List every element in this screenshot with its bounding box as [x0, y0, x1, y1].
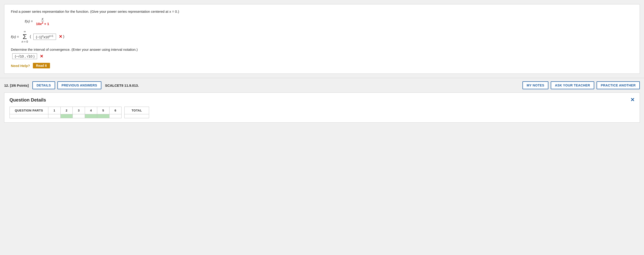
points-label: [3/6 Points]	[10, 83, 29, 87]
close-paren: )	[63, 35, 64, 39]
total-header-row: TOTAL	[124, 107, 149, 114]
question-number: 12.	[4, 83, 9, 87]
bottom-bar: 12. [3/6 Points] DETAILS PREVIOUS ANSWER…	[0, 78, 644, 93]
cell-5	[97, 114, 109, 118]
cell-3	[73, 114, 85, 118]
question-details-title: Question Details	[10, 97, 46, 103]
sigma-symbol: ∞ Σ n = 0	[22, 30, 28, 43]
col-header-1: 1	[48, 107, 60, 114]
open-paren: (	[30, 35, 31, 39]
col-header-parts: QUESTION PARTS	[10, 107, 48, 114]
question-details-header: Question Details ✕	[10, 97, 634, 103]
col-header-3: 3	[73, 107, 85, 114]
fraction-line: f(x) = x 10x2 + 1	[25, 17, 633, 26]
cell-1	[48, 114, 60, 118]
interval-section: Determine the interval of convergence. (…	[11, 48, 633, 59]
answer-input-box[interactable]: (−1)nx10n+1	[33, 34, 56, 40]
interval-input-box[interactable]: (−√10 , √10 )	[12, 53, 37, 59]
need-help-section: Need Help? Read It	[11, 63, 633, 68]
answer-wrong-icon: ✕	[59, 34, 62, 39]
col-header-6: 6	[109, 107, 122, 114]
fraction-denominator: 10x2 + 1	[36, 21, 50, 26]
question-details-section: Question Details ✕ QUESTION PARTS 1 2 3 …	[4, 93, 640, 123]
cell-4	[85, 114, 97, 118]
interval-wrong-icon: ✕	[40, 54, 43, 59]
cell-6	[109, 114, 122, 118]
fx-label: f(x) =	[25, 19, 33, 23]
tables-row: QUESTION PARTS 1 2 3 4 5 6	[10, 107, 634, 118]
right-buttons: MY NOTES ASK YOUR TEACHER PRACTICE ANOTH…	[522, 81, 640, 89]
table-row	[10, 114, 122, 118]
read-it-button[interactable]: Read It	[33, 63, 50, 68]
summation-fx-label: f(x) =	[11, 35, 19, 39]
practice-another-button[interactable]: PRACTICE ANOTHER	[596, 81, 640, 89]
need-help-text: Need Help?	[11, 64, 30, 68]
question-box: Find a power series representation for t…	[4, 4, 640, 74]
fraction-numerator: x	[41, 17, 44, 21]
question-parts-table: QUESTION PARTS 1 2 3 4 5 6	[10, 107, 122, 118]
close-button[interactable]: ✕	[630, 97, 634, 103]
sigma-glyph: Σ	[23, 33, 27, 40]
interval-label: Determine the interval of convergence. (…	[11, 48, 633, 52]
col-header-4: 4	[85, 107, 97, 114]
cell-2	[60, 114, 73, 118]
previous-answers-button[interactable]: PREVIOUS ANSWERS	[58, 81, 102, 89]
cell-parts-label	[10, 114, 48, 118]
table-header-row: QUESTION PARTS 1 2 3 4 5 6	[10, 107, 122, 114]
ask-your-teacher-button[interactable]: ASK YOUR TEACHER	[551, 81, 594, 89]
my-notes-button[interactable]: MY NOTES	[522, 81, 548, 89]
question-number-points: 12. [3/6 Points]	[4, 83, 29, 87]
source-label: SCALCET8 11.9.013.	[105, 83, 520, 87]
interval-answer-row: (−√10 , √10 ) ✕	[11, 53, 633, 59]
problem-statement: Find a power series representation for t…	[11, 10, 633, 14]
col-header-2: 2	[60, 107, 73, 114]
total-value	[124, 114, 149, 118]
fraction: x 10x2 + 1	[36, 17, 50, 26]
total-table: TOTAL	[124, 107, 149, 118]
summation-line: f(x) = ∞ Σ n = 0 ( (−1)nx10n+1 ✕ )	[11, 30, 633, 43]
sigma-bottom: n = 0	[22, 40, 28, 43]
details-button[interactable]: DETAILS	[32, 81, 55, 89]
total-header: TOTAL	[124, 107, 149, 114]
col-header-5: 5	[97, 107, 109, 114]
total-value-row	[124, 114, 149, 118]
